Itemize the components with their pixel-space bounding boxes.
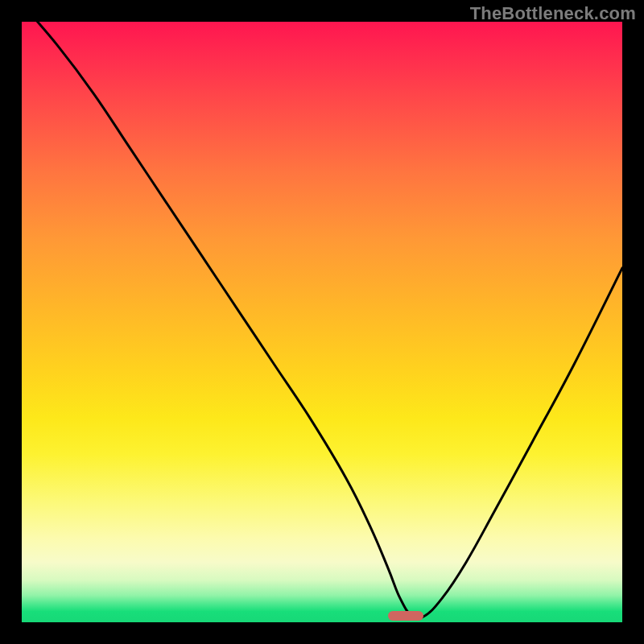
bottleneck-curve [22, 22, 622, 622]
plot-area [22, 22, 622, 622]
chart-container: TheBottleneck.com [0, 0, 644, 644]
optimal-point-marker [388, 611, 423, 621]
watermark-text: TheBottleneck.com [470, 3, 636, 24]
